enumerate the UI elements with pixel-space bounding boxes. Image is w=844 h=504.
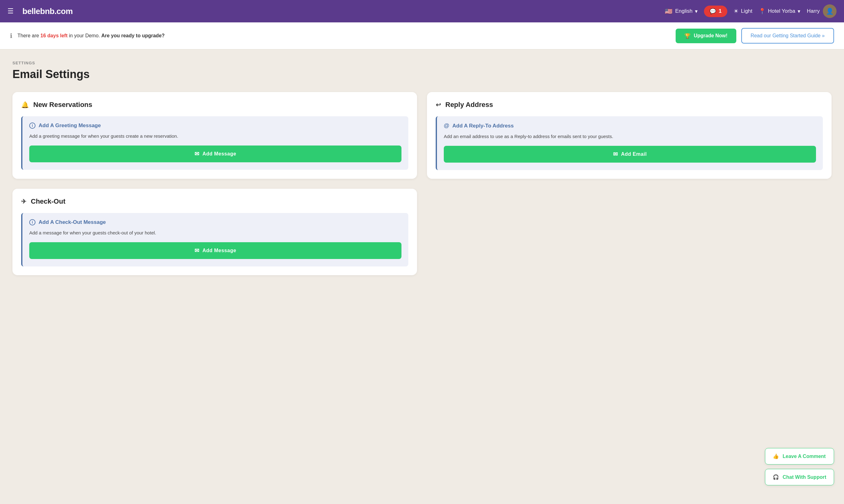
trophy-icon: 🏆	[684, 33, 691, 39]
add-greeting-link[interactable]: i Add A Greeting Message	[29, 123, 401, 129]
page-content: SETTINGS Email Settings 🔔 New Reservatio…	[0, 50, 844, 286]
banner-middle: in your Demo.	[68, 33, 101, 38]
leave-comment-label: Leave A Comment	[783, 454, 826, 459]
add-email-button[interactable]: ✉ Add Email	[444, 146, 816, 163]
thumbs-up-icon: 👍	[773, 453, 779, 459]
chevron-down-icon: ▾	[695, 8, 698, 15]
page-title: Email Settings	[13, 68, 831, 81]
reply-address-card: ↩ Reply Address @ Add A Reply-To Address…	[427, 92, 831, 179]
hotel-name: Hotel Yorba	[768, 8, 795, 14]
banner-text: There are 16 days left in your Demo. Are…	[17, 33, 671, 39]
info-icon: i	[29, 123, 35, 129]
flag-icon: 🇺🇸	[665, 7, 673, 15]
at-icon: @	[444, 123, 449, 129]
add-checkout-link[interactable]: i Add A Check-Out Message	[29, 219, 401, 226]
envelope-icon: ✉	[194, 150, 200, 157]
chat-badge-button[interactable]: 💬 1	[704, 5, 727, 17]
navbar: ☰ bellebnb.com 🇺🇸 English ▾ 💬 1 ☀ Light …	[0, 0, 844, 22]
check-out-card: ✈ Check-Out i Add A Check-Out Message Ad…	[13, 189, 417, 275]
settings-breadcrumb: SETTINGS	[13, 61, 831, 65]
reply-address-label: Reply Address	[445, 101, 493, 109]
new-reservations-label: New Reservations	[33, 101, 92, 109]
reply-address-title: ↩ Reply Address	[436, 101, 823, 109]
envelope-icon: ✉	[613, 151, 618, 158]
reply-icon: ↩	[436, 101, 441, 109]
greeting-link-label: Add A Greeting Message	[39, 123, 101, 129]
user-menu[interactable]: Harry 👤	[807, 4, 837, 18]
envelope-icon: ✉	[194, 247, 200, 254]
new-reservations-title: 🔔 New Reservations	[21, 101, 408, 109]
banner-prefix: There are	[17, 33, 40, 38]
hotel-selector[interactable]: 📍 Hotel Yorba ▾	[759, 8, 801, 15]
avatar: 👤	[823, 4, 837, 18]
reply-to-panel: @ Add A Reply-To Address Add an email ad…	[436, 116, 823, 170]
reply-to-description: Add an email address to use as a Reply-t…	[444, 133, 816, 140]
checkout-description: Add a message for when your guests check…	[29, 229, 401, 237]
checkout-link-label: Add A Check-Out Message	[39, 219, 106, 226]
getting-started-button[interactable]: Read our Getting Started Guide »	[741, 28, 834, 43]
add-email-label: Add Email	[621, 151, 647, 157]
check-out-label: Check-Out	[31, 197, 65, 205]
location-icon: 📍	[759, 8, 765, 15]
plane-icon: ✈	[21, 198, 27, 205]
banner-cta-text: Are you ready to upgrade?	[101, 33, 165, 38]
language-label: English	[675, 8, 692, 14]
new-reservations-card: 🔔 New Reservations i Add A Greeting Mess…	[13, 92, 417, 179]
speech-icon: 💬	[709, 8, 716, 15]
checkout-message-panel: i Add A Check-Out Message Add a message …	[21, 213, 408, 267]
upgrade-label: Upgrade Now!	[694, 33, 727, 39]
theme-toggle[interactable]: ☀ Light	[734, 8, 753, 15]
language-selector[interactable]: 🇺🇸 English ▾	[665, 7, 698, 15]
chevron-down-hotel-icon: ▾	[798, 8, 800, 15]
info-icon: i	[29, 219, 35, 226]
bell-icon: 🔔	[21, 101, 29, 109]
sun-icon: ☀	[734, 8, 739, 15]
theme-label: Light	[741, 8, 753, 14]
add-reply-to-link[interactable]: @ Add A Reply-To Address	[444, 123, 816, 129]
headset-icon: 🎧	[773, 474, 779, 480]
add-checkout-message-button[interactable]: ✉ Add Message	[29, 242, 401, 259]
info-icon: ℹ	[10, 32, 13, 39]
cards-grid: 🔔 New Reservations i Add A Greeting Mess…	[13, 92, 831, 275]
upgrade-now-button[interactable]: 🏆 Upgrade Now!	[676, 29, 736, 43]
leave-comment-button[interactable]: 👍 Leave A Comment	[765, 448, 834, 465]
getting-started-label: Read our Getting Started Guide »	[751, 33, 825, 38]
user-name: Harry	[807, 8, 820, 14]
chat-count: 1	[719, 8, 721, 14]
floating-actions: 👍 Leave A Comment 🎧 Chat With Support	[765, 448, 834, 485]
chat-support-label: Chat With Support	[783, 474, 826, 480]
days-left: 16 days left	[40, 33, 68, 38]
check-out-title: ✈ Check-Out	[21, 197, 408, 205]
greeting-description: Add a greeting message for when your gue…	[29, 132, 401, 140]
hamburger-icon[interactable]: ☰	[7, 7, 14, 15]
add-checkout-message-label: Add Message	[202, 248, 236, 253]
add-message-label: Add Message	[202, 151, 236, 157]
add-message-button[interactable]: ✉ Add Message	[29, 145, 401, 162]
greeting-message-panel: i Add A Greeting Message Add a greeting …	[21, 116, 408, 170]
demo-banner: ℹ There are 16 days left in your Demo. A…	[0, 22, 844, 50]
site-logo: bellebnb.com	[22, 6, 658, 16]
chat-support-button[interactable]: 🎧 Chat With Support	[765, 469, 834, 485]
reply-to-link-label: Add A Reply-To Address	[452, 123, 514, 129]
